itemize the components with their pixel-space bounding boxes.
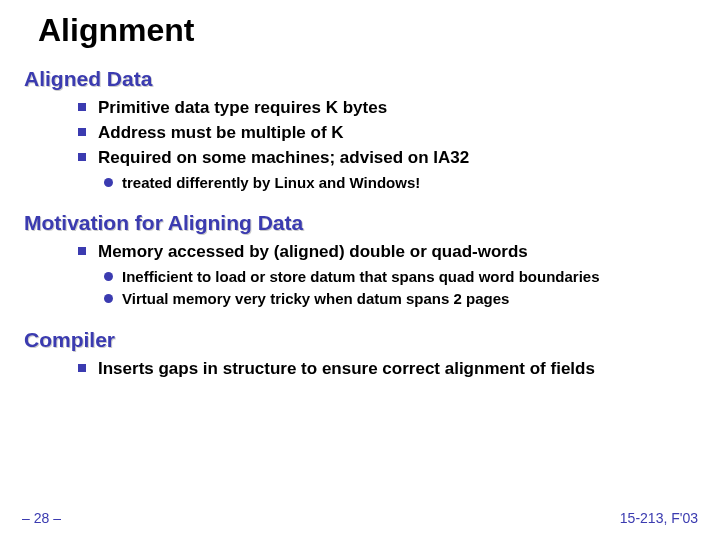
list-item: Inserts gaps in structure to ensure corr… (98, 358, 720, 381)
list-motivation: Memory accessed by (aligned) double or q… (0, 241, 720, 264)
list-item: Address must be multiple of K (98, 122, 720, 145)
page-number: – 28 – (22, 510, 61, 526)
sublist-aligned-data: treated differently by Linux and Windows… (0, 173, 720, 193)
list-item: Memory accessed by (aligned) double or q… (98, 241, 720, 264)
section-heading-compiler: Compiler (0, 328, 720, 352)
course-code: 15-213, F'03 (620, 510, 698, 526)
list-compiler: Inserts gaps in structure to ensure corr… (0, 358, 720, 381)
list-subitem: treated differently by Linux and Windows… (122, 173, 720, 193)
list-aligned-data: Primitive data type requires K bytes Add… (0, 97, 720, 170)
list-subitem: Virtual memory very tricky when datum sp… (122, 289, 720, 309)
section-heading-aligned-data: Aligned Data (0, 67, 720, 91)
slide-title: Alignment (0, 0, 720, 49)
list-item: Primitive data type requires K bytes (98, 97, 720, 120)
section-heading-motivation: Motivation for Aligning Data (0, 211, 720, 235)
list-item: Required on some machines; advised on IA… (98, 147, 720, 170)
list-subitem: Inefficient to load or store datum that … (122, 267, 720, 287)
sublist-motivation: Inefficient to load or store datum that … (0, 267, 720, 310)
